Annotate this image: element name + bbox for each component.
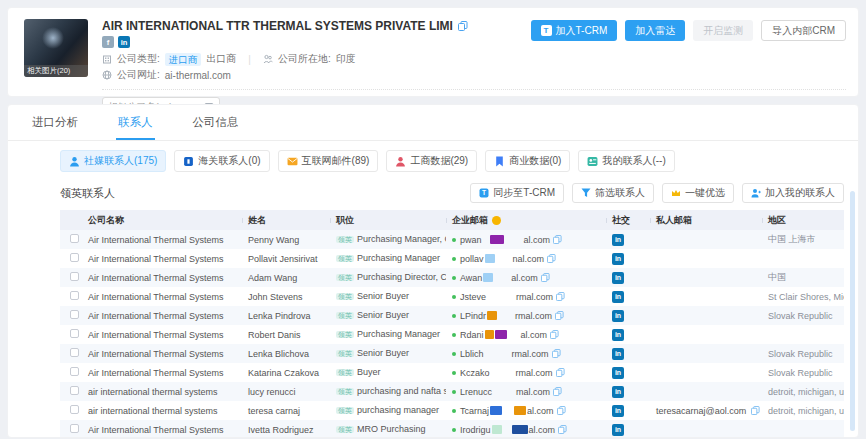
filter-contacts-button[interactable]: 筛选联系人 — [572, 183, 654, 203]
valid-email-dot — [452, 333, 456, 337]
tab-contacts[interactable]: 联系人 — [116, 105, 155, 140]
person-plus-icon — [751, 188, 761, 198]
row-checkbox[interactable] — [70, 329, 79, 338]
one-click-select-button[interactable]: 一键优选 — [662, 183, 734, 203]
globe-icon — [102, 70, 112, 80]
linkedin-icon[interactable]: in — [612, 234, 624, 246]
start-monitoring-button[interactable]: 开启监测 — [693, 20, 753, 41]
email-text: al.com — [524, 235, 551, 245]
copy-icon[interactable] — [553, 387, 562, 396]
region-cell: Slovak Republic — [762, 311, 844, 321]
facebook-icon[interactable]: f — [102, 36, 114, 48]
email-text: al.com — [529, 425, 556, 435]
linkedin-icon[interactable]: in — [612, 329, 624, 341]
valid-email-dot — [452, 276, 456, 280]
row-checkbox[interactable] — [70, 348, 79, 357]
linkedin-icon[interactable]: in — [612, 310, 624, 322]
linkedin-icon[interactable]: in — [612, 272, 624, 284]
corporate-email-cell: pollavnal.com — [446, 254, 606, 264]
linkedin-icon[interactable]: in — [612, 291, 624, 303]
table-body: Air International Thermal Systems Penny … — [60, 230, 844, 438]
email-mask — [490, 235, 504, 244]
table-scrollbar[interactable] — [850, 191, 855, 431]
company-name: AIR INTERNATIONAL TTR THERMAL SYSTEMS PR… — [102, 19, 453, 33]
copy-icon[interactable] — [556, 368, 565, 377]
linkedin-icon[interactable]: in — [612, 424, 624, 436]
copy-icon[interactable] — [550, 330, 559, 339]
related-images-label[interactable]: 相关图片(20) — [24, 65, 88, 77]
email-text: rmal.com — [515, 311, 552, 321]
header-name: 姓名 — [242, 214, 330, 227]
corporate-email-cell: LPindrrmal.com — [446, 311, 606, 321]
copy-icon[interactable] — [555, 311, 564, 320]
sync-to-tcrm-button[interactable]: T 同步至T-CRM — [470, 183, 564, 203]
table-row: Air International Thermal Systems Pollav… — [60, 249, 844, 268]
tab-import-analysis[interactable]: 进口分析 — [30, 105, 80, 140]
linkedin-icon[interactable]: in — [612, 386, 624, 398]
row-checkbox[interactable] — [70, 291, 79, 300]
add-to-tcrm-button[interactable]: T 加入T-CRM — [531, 20, 618, 41]
tab-bar: 进口分析 联系人 公司信息 — [8, 105, 858, 141]
copy-icon[interactable] — [553, 235, 562, 244]
copy-icon[interactable] — [751, 406, 760, 415]
company-cell: Air International Thermal Systems — [82, 254, 242, 264]
company-photo[interactable]: 相关图片(20) — [24, 19, 88, 77]
company-cell: Air International Thermal Systems — [82, 349, 242, 359]
location-value: 印度 — [336, 52, 356, 66]
valid-email-dot — [452, 295, 456, 299]
row-checkbox[interactable] — [70, 386, 79, 395]
social-cell: in — [606, 329, 650, 341]
email-mask — [487, 311, 497, 320]
copy-icon[interactable] — [556, 292, 565, 301]
position-cell: 领英Purchasing Manager, China — [330, 234, 446, 245]
copy-icon[interactable] — [557, 406, 566, 415]
exporter-tag[interactable]: 出口商 — [206, 52, 236, 66]
add-to-radar-button[interactable]: 加入雷达 — [625, 20, 685, 41]
copy-icon[interactable] — [558, 425, 567, 434]
copy-icon[interactable] — [547, 254, 556, 263]
linkedin-icon[interactable]: in — [612, 348, 624, 360]
chip-business-registration[interactable]: 工商数据(29) — [386, 150, 477, 172]
linkedin-icon[interactable]: in — [612, 253, 624, 265]
name-cell: Lenka Blichova — [242, 349, 330, 359]
copy-icon[interactable] — [458, 21, 468, 31]
email-mask — [485, 330, 494, 339]
email-text: Kczako — [460, 368, 490, 378]
row-checkbox[interactable] — [70, 405, 79, 414]
importer-tag[interactable]: 进口商 — [165, 53, 202, 66]
chip-my-contacts[interactable]: 我的联系人(--) — [578, 150, 674, 172]
copy-icon[interactable] — [552, 349, 561, 358]
row-checkbox[interactable] — [70, 234, 79, 243]
chip-commercial-data[interactable]: 商业数据(0) — [485, 150, 570, 172]
row-checkbox[interactable] — [70, 272, 79, 281]
company-cell: Air International Thermal Systems — [82, 425, 242, 435]
tab-company-info[interactable]: 公司信息 — [191, 105, 241, 140]
company-cell: air international thermal systems — [82, 387, 242, 397]
table-row: Air International Thermal Systems Lenka … — [60, 306, 844, 325]
region-cell: Slovak Republic — [762, 349, 844, 359]
add-to-my-contacts-button[interactable]: 加入我的联系人 — [742, 183, 844, 203]
copy-icon[interactable] — [541, 273, 550, 282]
website-link[interactable]: ai-thermal.com — [165, 70, 231, 81]
row-checkbox[interactable] — [70, 424, 79, 433]
linkedin-icon[interactable]: in — [118, 36, 130, 48]
chip-social-contacts[interactable]: 社媒联系人(175) — [60, 150, 166, 172]
corporate-email-cell: Kczakormal.com — [446, 368, 606, 378]
name-cell: John Stevens — [242, 292, 330, 302]
table-row: air international thermal systems lucy r… — [60, 382, 844, 401]
email-text: al.com — [527, 406, 554, 416]
row-checkbox[interactable] — [70, 367, 79, 376]
import-internal-crm-button[interactable]: 导入内部CRM — [761, 20, 846, 41]
table-row: Air International Thermal Systems Katari… — [60, 363, 844, 382]
photo-highlight — [42, 27, 64, 49]
linkedin-icon[interactable]: in — [612, 367, 624, 379]
chip-internet-emails[interactable]: 互联网邮件(89) — [278, 150, 379, 172]
valid-email-dot — [452, 371, 456, 375]
row-checkbox[interactable] — [70, 253, 79, 262]
company-cell: Air International Thermal Systems — [82, 235, 242, 245]
row-checkbox[interactable] — [70, 310, 79, 319]
chip-customs-contacts[interactable]: 海关联系人(0) — [174, 150, 269, 172]
linkedin-icon[interactable]: in — [612, 405, 624, 417]
corporate-email-cell: Lblichrmal.com — [446, 349, 606, 359]
table-row: Air International Thermal Systems Adam W… — [60, 268, 844, 287]
